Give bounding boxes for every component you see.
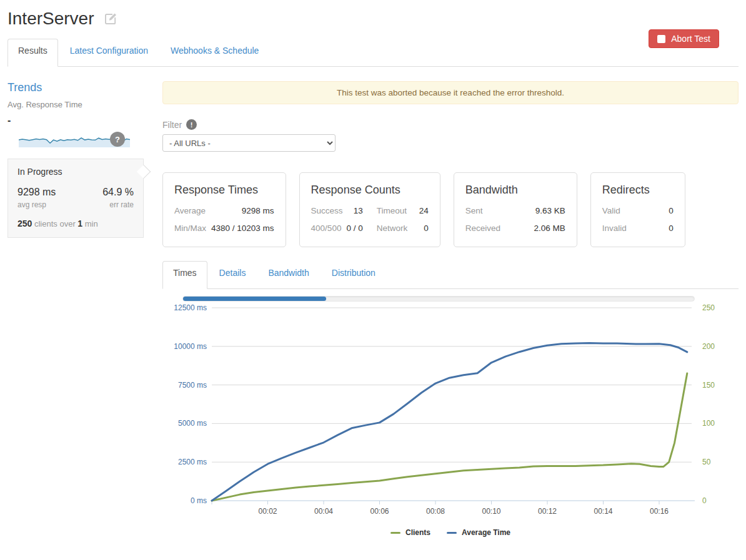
legend-swatch-clients	[390, 532, 400, 534]
results-content: This test was aborted because it reached…	[162, 75, 739, 537]
summary-cards: Response TimesAverage9298 msMin/Max4380 …	[162, 172, 739, 247]
subtab-times[interactable]: Times	[162, 261, 207, 289]
legend-item-clients[interactable]: Clients	[390, 528, 430, 537]
avg-resp-value: 9298 ms	[17, 187, 56, 198]
svg-text:200: 200	[702, 342, 715, 351]
card-stats: Success13Timeout24400/5000 / 0Network0	[311, 206, 429, 241]
clients-unit: min	[82, 219, 98, 228]
svg-text:0: 0	[702, 496, 707, 505]
legend-swatch-average-time	[447, 532, 457, 534]
stat-value: 0	[669, 206, 674, 215]
avg-resp-label: avg resp	[17, 200, 56, 209]
series-average-time	[212, 343, 687, 501]
subtab-details[interactable]: Details	[209, 261, 257, 285]
stat-value: 24	[419, 206, 429, 215]
stat-sent: Sent9.63 KB	[465, 206, 565, 215]
svg-text:00:02: 00:02	[258, 507, 277, 516]
svg-text:7500 ms: 7500 ms	[178, 381, 207, 390]
main-tabs: ResultsLatest ConfigurationWebhooks & Sc…	[7, 39, 739, 67]
stat-invalid: Invalid0	[602, 224, 674, 233]
stat-label: Valid	[602, 206, 620, 215]
card-title-response-counts: Response Counts	[311, 184, 429, 197]
legend-item-average-time[interactable]: Average Time	[447, 528, 510, 537]
tab-latest-configuration[interactable]: Latest Configuration	[59, 39, 159, 62]
url-filter-select[interactable]: - All URLs -	[162, 134, 336, 152]
err-rate-value: 64.9 %	[102, 187, 134, 198]
trend-sparkline: ?	[19, 130, 130, 148]
status-numbers: 9298 ms avg resp 64.9 % err rate	[17, 187, 134, 209]
clients-summary: 250 clients over 1 min	[17, 219, 134, 228]
stop-icon	[657, 35, 665, 43]
card-stats: Valid0Invalid0	[602, 206, 674, 233]
svg-text:100: 100	[702, 419, 715, 428]
help-badge-icon[interactable]: ?	[110, 132, 125, 147]
stat-label: Network	[377, 224, 408, 233]
stat-label: Min/Max	[174, 224, 206, 233]
card-response-counts: Response CountsSuccess13Timeout24400/500…	[299, 172, 440, 247]
trend-metric-label: Avg. Response Time	[7, 100, 144, 109]
test-status-panel[interactable]: In Progress 9298 ms avg resp 64.9 % err …	[7, 159, 144, 238]
subtab-distribution[interactable]: Distribution	[321, 261, 386, 285]
subtab-item-details: Details	[209, 261, 257, 289]
stat-value: 0 / 0	[346, 224, 362, 233]
stat-value: 9298 ms	[242, 206, 274, 215]
card-stats: Sent9.63 KBReceived2.06 MB	[465, 206, 565, 233]
svg-text:00:10: 00:10	[482, 507, 500, 516]
filter-label-row: Filter !	[162, 119, 739, 130]
stat-label: Timeout	[377, 206, 407, 215]
card-title-bandwidth: Bandwidth	[465, 184, 565, 197]
stat-network: Network0	[377, 224, 429, 233]
svg-text:0 ms: 0 ms	[191, 496, 207, 505]
trends-title[interactable]: Trends	[7, 81, 144, 94]
stat-value: 0	[669, 224, 674, 233]
card-redirects: RedirectsValid0Invalid0	[590, 172, 685, 247]
stat-label: Success	[311, 206, 343, 215]
card-title-response-times: Response Times	[174, 184, 274, 197]
clients-duration: 1	[77, 219, 82, 228]
stat-label: Sent	[465, 206, 483, 215]
page-header: InterServer	[7, 9, 739, 29]
legend-label-average-time: Average Time	[462, 528, 510, 537]
subtab-item-bandwidth: Bandwidth	[257, 261, 319, 289]
stat-valid: Valid0	[602, 206, 674, 215]
tab-results[interactable]: Results	[7, 39, 58, 67]
stat-value: 4380 / 10203 ms	[211, 224, 274, 233]
stat-label: 400/500	[311, 224, 342, 233]
err-rate-block: 64.9 % err rate	[102, 187, 134, 209]
svg-text:00:06: 00:06	[370, 507, 389, 516]
page: InterServer Abort Test ResultsLatest Con…	[0, 0, 746, 537]
svg-text:150: 150	[702, 381, 715, 390]
svg-text:00:12: 00:12	[538, 507, 557, 516]
abort-test-button[interactable]: Abort Test	[649, 29, 719, 48]
subtab-bandwidth[interactable]: Bandwidth	[257, 261, 319, 285]
svg-text:10000 ms: 10000 ms	[174, 342, 207, 351]
stat-success: Success13	[311, 206, 363, 215]
svg-text:2500 ms: 2500 ms	[178, 458, 207, 466]
trend-metric-value: -	[7, 115, 144, 126]
edit-test-name-icon[interactable]	[103, 11, 118, 26]
svg-text:00:04: 00:04	[314, 507, 333, 516]
subtab-item-times: Times	[162, 261, 207, 289]
svg-text:250: 250	[702, 303, 715, 312]
tab-webhooks-schedule[interactable]: Webhooks & Schedule	[160, 39, 269, 62]
clients-count: 250	[17, 219, 32, 228]
stat-label: Average	[174, 206, 206, 215]
svg-text:12500 ms: 12500 ms	[174, 303, 207, 312]
svg-text:5000 ms: 5000 ms	[178, 419, 207, 428]
stat-min-max: Min/Max4380 / 10203 ms	[174, 224, 274, 233]
test-progress-bar	[182, 296, 695, 302]
times-chart: 0 ms2500 ms5000 ms7500 ms10000 ms12500 m…	[162, 292, 739, 524]
stat-label: Received	[465, 224, 500, 233]
tab-item-results: Results	[7, 39, 58, 67]
test-status: In Progress	[17, 167, 134, 177]
filter-info-icon[interactable]: !	[186, 119, 197, 130]
stat-value: 13	[354, 206, 363, 215]
avg-resp-block: 9298 ms avg resp	[17, 187, 56, 209]
svg-text:00:14: 00:14	[594, 507, 612, 516]
clients-mid-text: clients over	[32, 219, 77, 228]
tab-item-latest-configuration: Latest Configuration	[59, 39, 159, 67]
subtab-item-distribution: Distribution	[321, 261, 386, 289]
sidebar-trends: Trends Avg. Response Time - ? In Progres…	[7, 75, 144, 238]
stat-value: 0	[424, 224, 429, 233]
tab-item-webhooks-schedule: Webhooks & Schedule	[160, 39, 269, 67]
